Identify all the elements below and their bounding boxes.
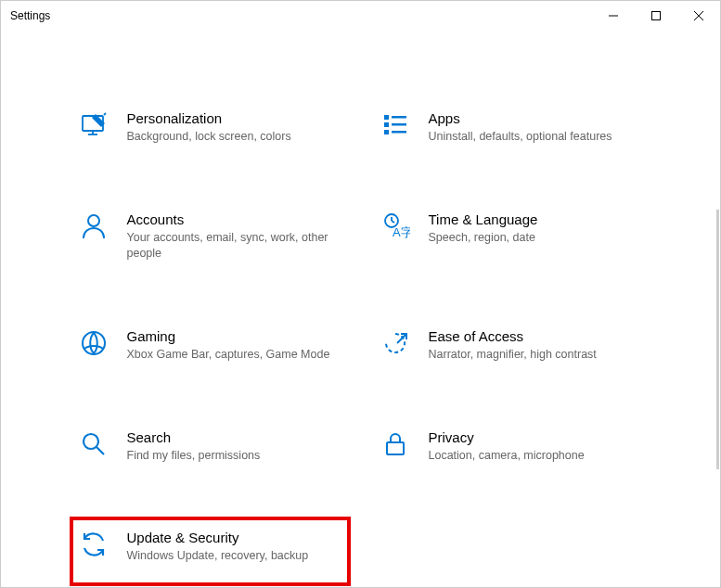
settings-grid: Personalization Background, lock screen,… xyxy=(73,105,649,579)
personalization-icon xyxy=(79,110,109,140)
tile-text: Apps Uninstall, defaults, optional featu… xyxy=(429,110,643,145)
svg-line-22 xyxy=(97,447,104,454)
tile-title: Privacy xyxy=(429,429,643,445)
tile-privacy[interactable]: Privacy Location, camera, microphone xyxy=(375,424,649,469)
tile-desc: Uninstall, defaults, optional features xyxy=(429,129,643,145)
tile-desc: Location, camera, microphone xyxy=(429,448,643,464)
tile-text: Search Find my files, permissions xyxy=(127,429,341,464)
tile-desc: Narrator, magnifier, high contrast xyxy=(429,347,643,363)
tile-search[interactable]: Search Find my files, permissions xyxy=(73,424,347,469)
close-button[interactable] xyxy=(677,1,720,31)
accounts-icon xyxy=(79,211,109,241)
tile-text: Gaming Xbox Game Bar, captures, Game Mod… xyxy=(127,328,341,363)
tile-title: Search xyxy=(127,429,341,445)
tile-text: Personalization Background, lock screen,… xyxy=(127,110,341,145)
ease-of-access-icon xyxy=(380,328,410,358)
tile-accounts[interactable]: Accounts Your accounts, email, sync, wor… xyxy=(73,206,347,267)
svg-text:A字: A字 xyxy=(393,225,410,239)
svg-rect-10 xyxy=(384,130,389,134)
tile-title: Ease of Access xyxy=(429,328,643,344)
tile-title: Personalization xyxy=(127,110,341,126)
tile-text: Privacy Location, camera, microphone xyxy=(429,429,643,464)
maximize-button[interactable] xyxy=(635,1,677,31)
tile-desc: Background, lock screen, colors xyxy=(127,129,341,145)
svg-rect-1 xyxy=(652,12,661,20)
svg-point-19 xyxy=(83,332,105,354)
svg-rect-8 xyxy=(384,115,389,120)
time-language-icon: A字 xyxy=(380,211,410,241)
svg-rect-23 xyxy=(387,442,404,454)
tile-title: Update & Security xyxy=(127,530,341,545)
update-security-icon xyxy=(79,530,109,559)
tile-desc: Xbox Game Bar, captures, Game Mode xyxy=(127,347,341,363)
tile-apps[interactable]: Apps Uninstall, defaults, optional featu… xyxy=(375,105,649,150)
svg-point-14 xyxy=(88,215,99,226)
svg-rect-9 xyxy=(384,122,389,127)
tile-title: Time & Language xyxy=(429,211,643,227)
scrollbar[interactable] xyxy=(716,210,719,469)
window-controls xyxy=(592,1,720,31)
tile-title: Apps xyxy=(429,110,643,126)
tile-desc: Find my files, permissions xyxy=(127,448,341,464)
minimize-button[interactable] xyxy=(592,1,635,31)
tile-title: Accounts xyxy=(127,211,341,227)
window-title: Settings xyxy=(10,9,592,22)
tile-update-security[interactable]: Update & Security Windows Update, recove… xyxy=(70,517,351,586)
apps-icon xyxy=(380,110,410,140)
tile-gaming[interactable]: Gaming Xbox Game Bar, captures, Game Mod… xyxy=(73,323,347,368)
tile-text: Ease of Access Narrator, magnifier, high… xyxy=(429,328,643,363)
svg-rect-12 xyxy=(392,123,406,126)
settings-content: Personalization Background, lock screen,… xyxy=(1,31,720,588)
svg-line-17 xyxy=(392,221,394,223)
search-icon xyxy=(79,429,109,459)
privacy-icon xyxy=(380,429,410,459)
tile-desc: Windows Update, recovery, backup xyxy=(127,548,341,564)
tile-text: Update & Security Windows Update, recove… xyxy=(127,530,341,564)
tile-time-language[interactable]: A字 Time & Language Speech, region, date xyxy=(375,206,649,267)
tile-desc: Your accounts, email, sync, work, other … xyxy=(127,230,341,262)
tile-ease-of-access[interactable]: Ease of Access Narrator, magnifier, high… xyxy=(375,323,649,368)
svg-rect-11 xyxy=(392,116,406,119)
titlebar: Settings xyxy=(1,1,720,31)
tile-text: Accounts Your accounts, email, sync, wor… xyxy=(127,211,341,262)
svg-rect-13 xyxy=(392,131,406,134)
svg-point-21 xyxy=(84,434,98,449)
svg-line-7 xyxy=(104,113,106,115)
tile-personalization[interactable]: Personalization Background, lock screen,… xyxy=(73,105,347,150)
gaming-icon xyxy=(79,328,109,358)
tile-text: Time & Language Speech, region, date xyxy=(429,211,643,246)
tile-desc: Speech, region, date xyxy=(429,230,643,246)
tile-title: Gaming xyxy=(127,328,341,344)
